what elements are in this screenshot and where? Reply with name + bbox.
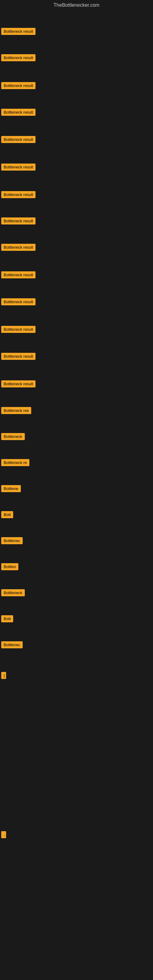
bottleneck-badge[interactable]: Bottleneck	[1, 589, 25, 596]
bottleneck-badge[interactable]: Bottleneck result	[1, 298, 35, 305]
bottleneck-result-row: Bottleneck result	[1, 54, 35, 62]
bottleneck-result-row: Bottleneck result	[1, 380, 35, 389]
bottleneck-result-row: Bottlenec	[1, 641, 22, 649]
bottleneck-badge[interactable]: Bott	[1, 511, 13, 518]
bottleneck-badge[interactable]: Bottleneck result	[1, 244, 35, 251]
bottleneck-badge[interactable]: Bottleneck result	[1, 353, 35, 360]
bottleneck-badge[interactable]: Bottlenec	[1, 641, 22, 648]
bottleneck-result-row: Bottleneck re	[1, 459, 29, 467]
bottleneck-badge[interactable]: Bottleneck result	[1, 28, 35, 35]
bottleneck-badge[interactable]: Bottleneck result	[1, 136, 35, 143]
bottleneck-badge[interactable]: Bottlenec	[1, 537, 22, 544]
bottleneck-badge[interactable]: Bottleneck result	[1, 218, 35, 224]
bottleneck-badge[interactable]: Bottleneck	[1, 433, 25, 440]
bottleneck-badge[interactable]: Bott	[1, 615, 13, 622]
bottleneck-badge[interactable]: Bottleneck result	[1, 109, 35, 116]
bottleneck-badge[interactable]: Bottleneck result	[1, 271, 35, 278]
bottleneck-result-row: Bott	[1, 511, 13, 519]
bottleneck-result-row: Bottleneck result	[1, 218, 35, 226]
bottleneck-badge[interactable]: Bottleneck result	[1, 326, 35, 333]
bottleneck-result-row: ...	[1, 831, 6, 840]
bottleneck-result-row: Bottlen	[1, 563, 18, 571]
bottleneck-badge[interactable]: Bottlen	[1, 563, 18, 570]
bottleneck-result-row: Bottleneck	[1, 433, 25, 441]
bottleneck-badge[interactable]: ...	[1, 831, 6, 838]
bottleneck-result-row: Bottleneck result	[1, 353, 35, 361]
bottleneck-result-row: Bottleneck result	[1, 271, 35, 280]
bottleneck-result-row: Bottleneck result	[1, 244, 35, 252]
bottleneck-result-row: Bottleneck result	[1, 164, 35, 172]
bottleneck-result-row: Bottleneck	[1, 589, 25, 598]
bottleneck-result-row: Bottleneck result	[1, 298, 35, 307]
bottleneck-badge[interactable]: Bottleneck res	[1, 407, 31, 414]
bottleneck-result-row: Bott	[1, 615, 13, 624]
bottleneck-result-row: Bottleneck result	[1, 191, 35, 199]
bottleneck-badge[interactable]: |	[1, 672, 6, 679]
bottleneck-result-row: Bottleneck result	[1, 28, 35, 36]
bottleneck-result-row: Bottleneck result	[1, 109, 35, 117]
bottleneck-result-row: Bottleneck res	[1, 407, 31, 415]
site-title: TheBottlenecker.com	[0, 0, 153, 10]
bottleneck-badge[interactable]: Bottleneck result	[1, 380, 35, 387]
bottleneck-badge[interactable]: Bottleneck result	[1, 54, 35, 61]
bottleneck-result-row: Bottleneck result	[1, 136, 35, 144]
bottleneck-badge[interactable]: Bottleneck result	[1, 164, 35, 170]
bottleneck-result-row: Bottlene	[1, 485, 21, 493]
bottleneck-result-row: Bottlenec	[1, 537, 22, 546]
bottleneck-badge[interactable]: Bottleneck result	[1, 191, 35, 198]
bottleneck-result-row: Bottleneck result	[1, 82, 35, 90]
bottleneck-badge[interactable]: Bottleneck result	[1, 82, 35, 89]
bottleneck-result-row: |	[1, 672, 6, 680]
bottleneck-badge[interactable]: Bottlene	[1, 485, 21, 492]
bottleneck-result-row: Bottleneck result	[1, 326, 35, 334]
bottleneck-badge[interactable]: Bottleneck re	[1, 459, 29, 466]
